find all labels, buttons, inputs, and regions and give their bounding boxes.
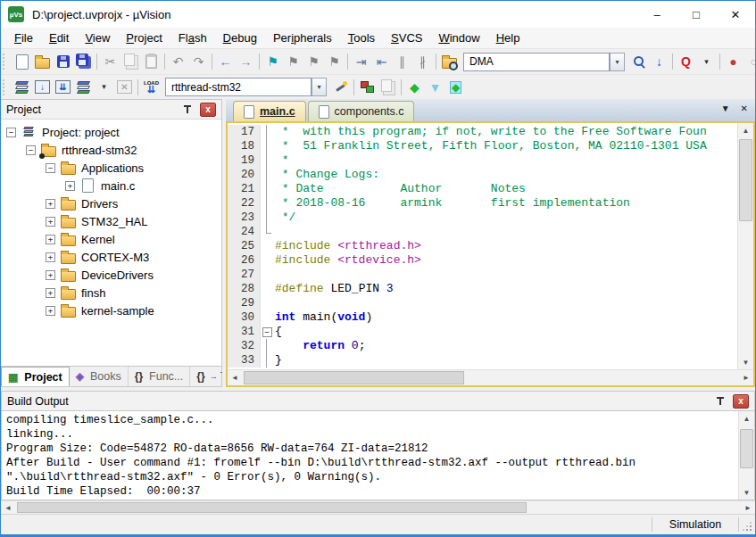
expand-icon[interactable]: + [46, 217, 55, 227]
tree-item-rtthread-stm32[interactable]: −rtthread-stm32 [1, 141, 221, 159]
scroll-up-icon[interactable]: ▲ [738, 123, 753, 137]
save-icon[interactable] [53, 51, 73, 72]
menu-file[interactable]: File [6, 31, 41, 45]
collapse-icon[interactable]: − [26, 145, 36, 155]
menu-edit[interactable]: Edit [41, 31, 77, 45]
batch-build-icon[interactable] [73, 77, 94, 98]
title-bar[interactable]: µVs D:\project.uvprojx - µVision – □ ✕ [1, 1, 755, 28]
maximize-button[interactable]: □ [677, 1, 716, 28]
build-output-close-icon[interactable]: x [733, 394, 749, 409]
code-line-27[interactable]: 27 [228, 268, 737, 282]
build-log-line[interactable]: After Build - User command #1: fromelf -… [6, 456, 734, 470]
uncomment-icon[interactable]: ∦ [412, 51, 433, 72]
close-button[interactable]: ✕ [716, 1, 755, 28]
indent-icon[interactable]: ⇥ [351, 51, 371, 72]
tree-item-finsh[interactable]: +finsh [1, 284, 221, 302]
target-combo-arrow-icon[interactable]: ▾ [312, 78, 327, 96]
previous-bookmark-icon[interactable]: ⚑ [283, 51, 303, 72]
tree-item-kernel-sample[interactable]: +kernel-sample [1, 302, 221, 319]
panel-tab-books[interactable]: ◈Books [70, 367, 129, 386]
scroll-right-icon[interactable]: ► [741, 501, 755, 514]
tree-item-drivers[interactable]: +Drivers [1, 194, 221, 212]
disable-breakpoint-icon[interactable]: ○ [744, 51, 755, 72]
vertical-scroll-thumb[interactable] [740, 429, 753, 468]
vertical-scroll-thumb[interactable] [739, 139, 752, 221]
collapse-icon[interactable]: − [6, 128, 16, 137]
breakpoint-icon[interactable]: ● [723, 51, 744, 72]
undo-icon[interactable]: ↶ [168, 51, 188, 72]
project-panel-close-icon[interactable]: x [200, 103, 216, 117]
translate-file-icon[interactable] [12, 77, 32, 98]
minimize-button[interactable]: – [637, 1, 677, 28]
menu-help[interactable]: Help [488, 31, 528, 45]
code-line-23[interactable]: 23 */ [228, 211, 737, 225]
scroll-left-icon[interactable]: ◄ [228, 370, 242, 385]
panel-tab-func[interactable]: {}Func... [129, 367, 191, 386]
resize-grip-icon[interactable] [739, 515, 755, 534]
collapse-icon[interactable]: − [46, 163, 55, 173]
tree-item-project-project[interactable]: −Project: project [1, 123, 221, 141]
code-line-31[interactable]: 31−{ [228, 325, 737, 339]
save-all-icon[interactable] [73, 51, 94, 72]
tree-item-applications[interactable]: −Applications [1, 159, 221, 177]
build-log-line[interactable]: linking... [6, 427, 734, 442]
doc-tab-components-c[interactable]: components.c [308, 101, 415, 121]
menu-project[interactable]: Project [118, 31, 170, 45]
code-line-17[interactable]: 17 * with this program; if not, write to… [228, 125, 737, 139]
find-in-files-icon[interactable] [439, 51, 460, 72]
pin-icon[interactable] [716, 396, 725, 407]
expand-icon[interactable]: + [46, 252, 55, 262]
manage-rte-icon[interactable]: ◆ [404, 77, 425, 98]
search-combo-arrow-icon[interactable]: ▾ [610, 53, 625, 71]
redo-icon[interactable]: ↷ [188, 51, 209, 72]
quick-search-icon[interactable]: Q [676, 51, 696, 72]
build-log-line[interactable]: compiling timeslice_sample.c... [6, 413, 734, 427]
code-line-30[interactable]: 30int main(void) [228, 310, 737, 325]
find-icon[interactable] [628, 51, 649, 72]
menu-tools[interactable]: Tools [340, 31, 383, 45]
horizontal-scroll-thumb[interactable] [17, 502, 527, 513]
build-log-line[interactable]: Build Time Elapsed: 00:00:37 [6, 484, 734, 499]
scroll-left-icon[interactable]: ◄ [1, 501, 15, 514]
scroll-right-icon[interactable]: ► [739, 370, 753, 385]
scroll-up-icon[interactable]: ▲ [739, 411, 754, 425]
code-line-18[interactable]: 18 * 51 Franklin Street, Fifth Floor, Bo… [228, 139, 737, 153]
scroll-down-icon[interactable]: ▼ [738, 355, 753, 369]
new-file-icon[interactable] [12, 51, 32, 72]
expand-icon[interactable]: + [46, 270, 55, 280]
build-log-line[interactable]: Program Size: Code=54872 RO-data=8656 RW… [6, 442, 734, 456]
download-icon[interactable]: LOAD⇊ [141, 77, 162, 98]
tree-item-kernel[interactable]: +Kernel [1, 230, 221, 248]
code-line-19[interactable]: 19 * [228, 153, 737, 168]
batch-build-caret-icon[interactable]: ▾ [94, 77, 114, 98]
build-log-line[interactable]: ".\build\rtthread-stm32.axf" - 0 Error(s… [6, 470, 734, 484]
expand-icon[interactable]: + [46, 288, 55, 298]
clear-bookmarks-icon[interactable]: ⚑ [324, 51, 345, 72]
menu-flash[interactable]: Flash [170, 31, 215, 45]
horizontal-scroll-thumb[interactable] [244, 371, 464, 384]
target-combo[interactable]: rtthread-stm32 [165, 78, 312, 96]
code-line-24[interactable]: 24 [228, 225, 737, 239]
comment-icon[interactable]: ∥ [392, 51, 412, 72]
code-line-29[interactable]: 29 [228, 296, 737, 310]
code-line-26[interactable]: 26#include <rtdevice.h> [228, 253, 737, 268]
copy-icon[interactable] [120, 51, 141, 72]
cut-icon[interactable]: ✂ [100, 51, 120, 72]
expand-icon[interactable]: + [46, 306, 55, 316]
manage-components-icon[interactable] [357, 77, 378, 98]
document-close-icon[interactable]: ✕ [741, 103, 748, 113]
fold-collapse-icon[interactable]: − [262, 327, 272, 337]
tab-list-menu-icon[interactable]: ▼ [721, 103, 730, 113]
pack-filter-icon[interactable]: ▼ [425, 77, 445, 98]
build-vertical-scrollbar[interactable]: ▲ ▼ [738, 411, 754, 500]
target-options-icon[interactable] [330, 77, 351, 98]
menu-view[interactable]: View [77, 31, 118, 45]
code-line-32[interactable]: 32 return 0; [228, 339, 737, 353]
tree-item-stm32-hal[interactable]: +STM32_HAL [1, 212, 221, 230]
tree-item-main-c[interactable]: +main.c [1, 177, 221, 194]
code-line-22[interactable]: 22 * 2018-08-16 armink first implementat… [228, 196, 737, 211]
doc-tab-main-c[interactable]: main.c [233, 101, 306, 121]
open-folder-icon[interactable] [32, 51, 53, 72]
build-icon[interactable]: ↓ [32, 77, 53, 98]
rebuild-all-icon[interactable]: ⇊ [53, 77, 73, 98]
